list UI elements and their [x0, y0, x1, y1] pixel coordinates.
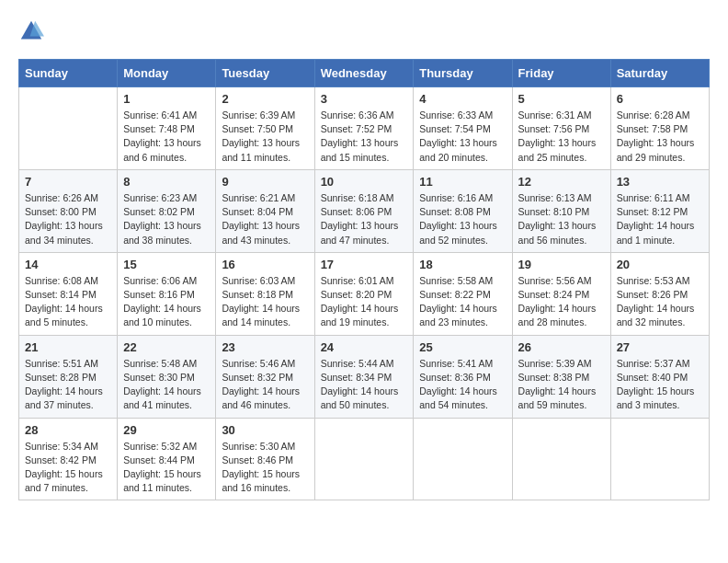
- day-info: Sunrise: 5:44 AM Sunset: 8:34 PM Dayligh…: [321, 357, 408, 413]
- calendar-cell: 7Sunrise: 6:26 AM Sunset: 8:00 PM Daylig…: [19, 169, 118, 252]
- day-info: Sunrise: 6:39 AM Sunset: 7:50 PM Dayligh…: [222, 109, 308, 165]
- calendar-cell: 19Sunrise: 5:56 AM Sunset: 8:24 PM Dayli…: [512, 252, 610, 335]
- calendar-cell: 17Sunrise: 6:01 AM Sunset: 8:20 PM Dayli…: [314, 252, 414, 335]
- calendar-cell: 24Sunrise: 5:44 AM Sunset: 8:34 PM Dayli…: [314, 335, 414, 418]
- calendar-week-row: 21Sunrise: 5:51 AM Sunset: 8:28 PM Dayli…: [19, 335, 710, 418]
- calendar-cell: 27Sunrise: 5:37 AM Sunset: 8:40 PM Dayli…: [610, 335, 709, 418]
- calendar-cell: [314, 418, 414, 500]
- column-header-friday: Friday: [512, 60, 610, 87]
- day-number: 18: [419, 258, 506, 271]
- day-number: 21: [25, 340, 111, 354]
- day-info: Sunrise: 6:08 AM Sunset: 8:14 PM Dayligh…: [25, 274, 111, 330]
- day-number: 15: [123, 258, 210, 271]
- day-info: Sunrise: 6:36 AM Sunset: 7:52 PM Dayligh…: [321, 109, 408, 165]
- logo-icon: [18, 18, 44, 44]
- day-info: Sunrise: 6:23 AM Sunset: 8:02 PM Dayligh…: [123, 191, 210, 247]
- day-info: Sunrise: 6:01 AM Sunset: 8:20 PM Dayligh…: [321, 274, 408, 330]
- column-header-saturday: Saturday: [610, 60, 709, 87]
- calendar-cell: 15Sunrise: 6:06 AM Sunset: 8:16 PM Dayli…: [118, 252, 216, 335]
- day-info: Sunrise: 6:28 AM Sunset: 7:58 PM Dayligh…: [617, 109, 703, 165]
- day-number: 9: [222, 175, 308, 189]
- day-info: Sunrise: 5:39 AM Sunset: 8:38 PM Dayligh…: [518, 357, 605, 413]
- calendar-cell: 22Sunrise: 5:48 AM Sunset: 8:30 PM Dayli…: [118, 335, 216, 418]
- calendar-cell: 1Sunrise: 6:41 AM Sunset: 7:48 PM Daylig…: [118, 87, 216, 170]
- day-info: Sunrise: 5:53 AM Sunset: 8:26 PM Dayligh…: [617, 274, 703, 330]
- calendar-cell: 4Sunrise: 6:33 AM Sunset: 7:54 PM Daylig…: [414, 87, 512, 170]
- calendar-cell: 6Sunrise: 6:28 AM Sunset: 7:58 PM Daylig…: [610, 87, 709, 170]
- day-number: 8: [123, 175, 210, 189]
- day-number: 26: [518, 340, 605, 354]
- calendar-cell: 30Sunrise: 5:30 AM Sunset: 8:46 PM Dayli…: [216, 418, 314, 500]
- day-number: 25: [419, 340, 506, 354]
- calendar-cell: 3Sunrise: 6:36 AM Sunset: 7:52 PM Daylig…: [314, 87, 414, 170]
- calendar-cell: 12Sunrise: 6:13 AM Sunset: 8:10 PM Dayli…: [512, 169, 610, 252]
- day-info: Sunrise: 6:21 AM Sunset: 8:04 PM Dayligh…: [222, 191, 308, 247]
- day-number: 3: [321, 92, 408, 106]
- logo: [18, 18, 48, 44]
- day-number: 19: [518, 258, 605, 271]
- day-number: 10: [321, 175, 408, 189]
- calendar-cell: 25Sunrise: 5:41 AM Sunset: 8:36 PM Dayli…: [414, 335, 512, 418]
- day-info: Sunrise: 6:33 AM Sunset: 7:54 PM Dayligh…: [419, 109, 506, 165]
- calendar-cell: [414, 418, 512, 500]
- day-number: 1: [123, 92, 210, 106]
- calendar-week-row: 1Sunrise: 6:41 AM Sunset: 7:48 PM Daylig…: [19, 87, 710, 170]
- day-number: 16: [222, 258, 308, 271]
- calendar-cell: 21Sunrise: 5:51 AM Sunset: 8:28 PM Dayli…: [19, 335, 118, 418]
- day-number: 17: [321, 258, 408, 271]
- calendar-table: SundayMondayTuesdayWednesdayThursdayFrid…: [18, 59, 710, 500]
- column-header-sunday: Sunday: [19, 60, 118, 87]
- day-number: 11: [419, 175, 506, 189]
- day-info: Sunrise: 5:56 AM Sunset: 8:24 PM Dayligh…: [518, 274, 605, 330]
- calendar-cell: 8Sunrise: 6:23 AM Sunset: 8:02 PM Daylig…: [118, 169, 216, 252]
- calendar-week-row: 28Sunrise: 5:34 AM Sunset: 8:42 PM Dayli…: [19, 418, 710, 500]
- day-number: 6: [617, 92, 703, 106]
- day-number: 22: [123, 340, 210, 354]
- day-number: 29: [123, 423, 210, 437]
- column-header-tuesday: Tuesday: [216, 60, 314, 87]
- calendar-cell: [512, 418, 610, 500]
- day-number: 23: [222, 340, 308, 354]
- day-number: 20: [617, 258, 703, 271]
- calendar-header-row: SundayMondayTuesdayWednesdayThursdayFrid…: [19, 60, 710, 87]
- calendar-cell: 29Sunrise: 5:32 AM Sunset: 8:44 PM Dayli…: [118, 418, 216, 500]
- calendar-cell: [610, 418, 709, 500]
- calendar-cell: 5Sunrise: 6:31 AM Sunset: 7:56 PM Daylig…: [512, 87, 610, 170]
- calendar-cell: 23Sunrise: 5:46 AM Sunset: 8:32 PM Dayli…: [216, 335, 314, 418]
- calendar-cell: 20Sunrise: 5:53 AM Sunset: 8:26 PM Dayli…: [610, 252, 709, 335]
- calendar-cell: 2Sunrise: 6:39 AM Sunset: 7:50 PM Daylig…: [216, 87, 314, 170]
- calendar-cell: 28Sunrise: 5:34 AM Sunset: 8:42 PM Dayli…: [19, 418, 118, 500]
- column-header-thursday: Thursday: [414, 60, 512, 87]
- column-header-monday: Monday: [118, 60, 216, 87]
- day-info: Sunrise: 5:41 AM Sunset: 8:36 PM Dayligh…: [419, 357, 506, 413]
- calendar-cell: [19, 87, 118, 170]
- column-header-wednesday: Wednesday: [314, 60, 414, 87]
- day-number: 7: [25, 175, 111, 189]
- page-header: [18, 18, 710, 44]
- calendar-cell: 18Sunrise: 5:58 AM Sunset: 8:22 PM Dayli…: [414, 252, 512, 335]
- day-number: 13: [617, 175, 703, 189]
- day-number: 27: [617, 340, 703, 354]
- day-info: Sunrise: 6:06 AM Sunset: 8:16 PM Dayligh…: [123, 274, 210, 330]
- day-number: 4: [419, 92, 506, 106]
- day-info: Sunrise: 5:32 AM Sunset: 8:44 PM Dayligh…: [123, 440, 210, 496]
- day-info: Sunrise: 6:16 AM Sunset: 8:08 PM Dayligh…: [419, 191, 506, 247]
- day-info: Sunrise: 5:37 AM Sunset: 8:40 PM Dayligh…: [617, 357, 703, 413]
- day-info: Sunrise: 6:13 AM Sunset: 8:10 PM Dayligh…: [518, 191, 605, 247]
- calendar-week-row: 7Sunrise: 6:26 AM Sunset: 8:00 PM Daylig…: [19, 169, 710, 252]
- day-info: Sunrise: 6:11 AM Sunset: 8:12 PM Dayligh…: [617, 191, 703, 247]
- day-info: Sunrise: 5:46 AM Sunset: 8:32 PM Dayligh…: [222, 357, 308, 413]
- day-number: 24: [321, 340, 408, 354]
- calendar-cell: 14Sunrise: 6:08 AM Sunset: 8:14 PM Dayli…: [19, 252, 118, 335]
- day-info: Sunrise: 6:18 AM Sunset: 8:06 PM Dayligh…: [321, 191, 408, 247]
- day-number: 2: [222, 92, 308, 106]
- calendar-cell: 10Sunrise: 6:18 AM Sunset: 8:06 PM Dayli…: [314, 169, 414, 252]
- day-info: Sunrise: 6:26 AM Sunset: 8:00 PM Dayligh…: [25, 191, 111, 247]
- day-info: Sunrise: 5:48 AM Sunset: 8:30 PM Dayligh…: [123, 357, 210, 413]
- day-info: Sunrise: 6:03 AM Sunset: 8:18 PM Dayligh…: [222, 274, 308, 330]
- day-info: Sunrise: 5:30 AM Sunset: 8:46 PM Dayligh…: [222, 440, 308, 496]
- day-number: 30: [222, 423, 308, 437]
- day-number: 28: [25, 423, 111, 437]
- day-info: Sunrise: 5:34 AM Sunset: 8:42 PM Dayligh…: [25, 440, 111, 496]
- day-number: 5: [518, 92, 605, 106]
